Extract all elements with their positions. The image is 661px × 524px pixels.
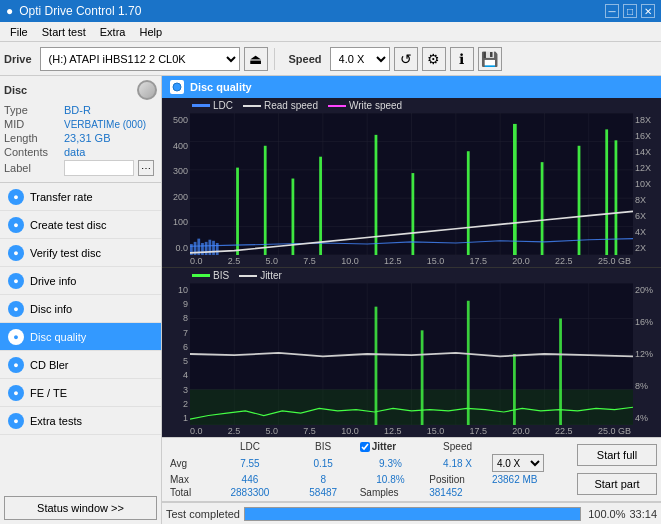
- sidebar-item-extra-tests[interactable]: ● Extra tests: [0, 407, 161, 435]
- disc-panel: Disc Type BD-R MID VERBATIMe (000) Lengt…: [0, 76, 161, 183]
- sidebar-item-drive-info[interactable]: ● Drive info: [0, 267, 161, 295]
- row-total-label: Total: [166, 486, 209, 499]
- row-max-bis: 8: [291, 473, 356, 486]
- close-button[interactable]: ✕: [641, 4, 655, 18]
- sidebar-item-verify-test-disc[interactable]: ● Verify test disc: [0, 239, 161, 267]
- y1-200: 200: [164, 192, 188, 202]
- drive-select[interactable]: (H:) ATAPI iHBS112 2 CL0K: [40, 47, 240, 71]
- sidebar-label-disc-info: Disc info: [30, 303, 72, 315]
- contents-value: data: [64, 146, 85, 158]
- speed-select[interactable]: 4.0 X: [330, 47, 390, 71]
- sidebar-item-disc-info[interactable]: ● Disc info: [0, 295, 161, 323]
- cd-bler-icon: ●: [8, 357, 24, 373]
- samples-value: 381452: [425, 486, 573, 499]
- svg-rect-53: [467, 301, 470, 425]
- legend-write-speed: Write speed: [328, 100, 402, 111]
- svg-rect-19: [201, 243, 204, 255]
- svg-rect-55: [559, 319, 562, 426]
- svg-rect-50: [190, 390, 633, 426]
- sidebar-item-cd-bler[interactable]: ● CD Bler: [0, 351, 161, 379]
- sidebar-label-drive-info: Drive info: [30, 275, 76, 287]
- svg-rect-33: [578, 146, 581, 255]
- svg-rect-52: [421, 330, 424, 425]
- y2-5: 5: [164, 356, 188, 366]
- status-text: Test completed: [166, 508, 240, 520]
- x2-10: 10.0: [341, 426, 359, 436]
- menu-extra[interactable]: Extra: [94, 25, 132, 39]
- charts-area: LDC Read speed Write speed 500: [162, 98, 661, 437]
- status-window-button[interactable]: Status window >>: [4, 496, 157, 520]
- menu-start-test[interactable]: Start test: [36, 25, 92, 39]
- speed-label: Speed: [289, 53, 322, 65]
- sidebar-item-disc-quality[interactable]: ● Disc quality: [0, 323, 161, 351]
- y2r-16: 16%: [635, 317, 659, 327]
- eject-button[interactable]: ⏏: [244, 47, 268, 71]
- verify-test-disc-icon: ●: [8, 245, 24, 261]
- legend-read-speed: Read speed: [243, 100, 318, 111]
- legend-bis: BIS: [192, 270, 229, 281]
- sidebar-label-disc-quality: Disc quality: [30, 331, 86, 343]
- label-input[interactable]: [64, 160, 134, 176]
- x2-25gb: 25.0 GB: [598, 426, 631, 436]
- x2-15: 15.0: [427, 426, 445, 436]
- y2r-8: 8%: [635, 381, 659, 391]
- x1-2.5: 2.5: [228, 256, 241, 266]
- row-avg-jitter: 9.3%: [356, 453, 426, 473]
- status-btn-label: Status window >>: [37, 502, 124, 514]
- disc-quality-icon: ●: [8, 329, 24, 345]
- settings-button[interactable]: ⚙: [422, 47, 446, 71]
- save-button[interactable]: 💾: [478, 47, 502, 71]
- col-speed: Speed: [425, 440, 490, 453]
- disc-title: Disc: [4, 84, 27, 96]
- y1r-10x: 10X: [635, 179, 659, 189]
- y2-3: 3: [164, 385, 188, 395]
- sidebar-label-extra-tests: Extra tests: [30, 415, 82, 427]
- sidebar-item-fe-te[interactable]: ● FE / TE: [0, 379, 161, 407]
- label-button[interactable]: ⋯: [138, 160, 154, 176]
- col-jitter-check[interactable]: Jitter: [356, 440, 426, 453]
- progress-percent: 100.0%: [585, 508, 625, 520]
- start-part-button[interactable]: Start part: [577, 473, 657, 495]
- x2-17.5: 17.5: [470, 426, 488, 436]
- disc-icon: [137, 80, 157, 100]
- col-speed-select: [490, 440, 573, 453]
- x1-7.5: 7.5: [303, 256, 316, 266]
- panel-title: Disc quality: [190, 81, 252, 93]
- extra-tests-icon: ●: [8, 413, 24, 429]
- svg-rect-23: [216, 243, 219, 255]
- y1r-16x: 16X: [635, 131, 659, 141]
- speed-select-stat[interactable]: 4.0 X: [492, 454, 544, 472]
- y1r-4x: 4X: [635, 227, 659, 237]
- samples-label: Samples: [356, 486, 426, 499]
- speed-select-cell[interactable]: 4.0 X: [490, 453, 573, 473]
- label-field: Label: [4, 162, 60, 174]
- start-full-button[interactable]: Start full: [577, 444, 657, 466]
- maximize-button[interactable]: □: [623, 4, 637, 18]
- sidebar-label-create-test-disc: Create test disc: [30, 219, 106, 231]
- jitter-checkbox[interactable]: [360, 442, 370, 452]
- y1r-2x: 2X: [635, 243, 659, 253]
- y2r-12: 12%: [635, 349, 659, 359]
- legend-ldc: LDC: [192, 100, 233, 111]
- x2-7.5: 7.5: [303, 426, 316, 436]
- svg-rect-51: [375, 307, 378, 425]
- mid-field: MID: [4, 118, 60, 130]
- refresh-button[interactable]: ↺: [394, 47, 418, 71]
- menu-file[interactable]: File: [4, 25, 34, 39]
- svg-rect-25: [264, 146, 267, 255]
- svg-rect-27: [319, 157, 322, 255]
- menu-help[interactable]: Help: [133, 25, 168, 39]
- app-icon: ●: [6, 4, 13, 18]
- info-button[interactable]: ℹ: [450, 47, 474, 71]
- y2-4: 4: [164, 370, 188, 380]
- row-avg-ldc: 7.55: [209, 453, 290, 473]
- minimize-button[interactable]: ─: [605, 4, 619, 18]
- svg-rect-31: [513, 124, 517, 255]
- sidebar-item-create-test-disc[interactable]: ● Create test disc: [0, 211, 161, 239]
- legend-jitter: Jitter: [239, 270, 282, 281]
- sidebar-item-transfer-rate[interactable]: ● Transfer rate: [0, 183, 161, 211]
- row-avg-speed: 4.18 X: [425, 453, 490, 473]
- x1-25gb: 25.0 GB: [598, 256, 631, 266]
- chart2-svg: [190, 283, 633, 425]
- col-ldc: LDC: [209, 440, 290, 453]
